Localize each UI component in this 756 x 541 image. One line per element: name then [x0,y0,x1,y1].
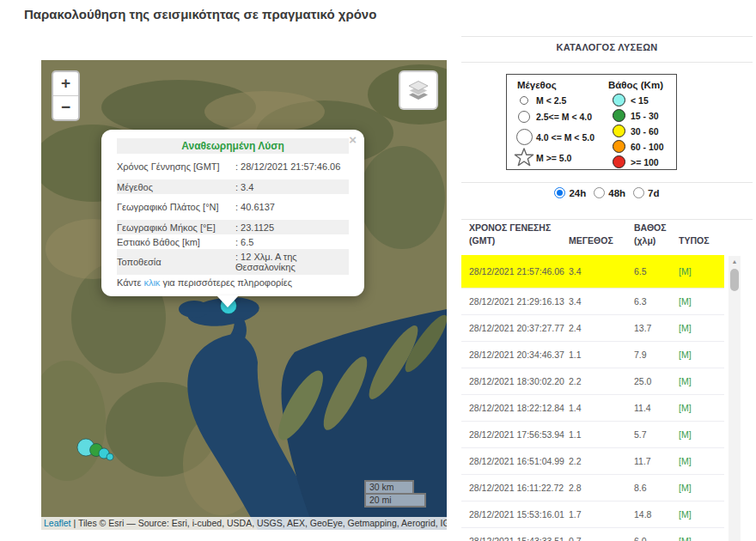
column-header-type: ΤΥΠΟΣ [679,234,718,247]
table-cell: [M] [679,403,718,413]
popup-row: Γεωγραφικό Πλάτος [°N]: 40.6137 [117,194,349,220]
table-cell: 1.7 [569,509,634,520]
table-scrollbar[interactable]: ▲ [729,256,741,541]
popup-row-label: Χρόνος Γέννησης [GMT] [117,161,235,172]
table-cell: 0.7 [569,536,634,541]
table-cell: [M] [679,266,718,277]
popup-row-label: Μέγεθος [117,182,235,192]
table-cell: 2.4 [569,323,634,333]
zoom-in-button[interactable]: + [53,72,78,95]
legend-depth-title: Βάθος (Km) [608,80,663,90]
table-cell: [M] [679,376,718,386]
radio-label: 24h [569,188,586,198]
legend-label: >= 100 [631,157,659,167]
table-cell: 3.4 [569,266,634,277]
attribution-text: | Tiles © Esri — Source: Esri, i-cubed, … [71,518,447,528]
table-cell: [M] [679,323,718,333]
table-cell: [M] [679,483,718,493]
map-attribution: Leaflet | Tiles © Esri — Source: Esri, i… [41,517,447,530]
table-cell: 1.1 [569,429,634,440]
radio-7d[interactable]: 7d [633,187,659,198]
scrollbar-thumb[interactable] [730,269,739,291]
table-row[interactable]: 28/12/2021 18:22:12.841.411.4[M] [461,394,724,421]
zoom-out-button[interactable]: − [53,96,78,119]
table-row[interactable]: 28/12/2021 16:51:04.992.211.7[M] [461,447,724,474]
earthquake-marker[interactable] [107,453,113,460]
table-cell: 28/12/2021 16:51:04.99 [469,456,569,466]
scrollbar-up-icon[interactable]: ▲ [729,258,741,264]
legend-item-magnitude: 4.0 <= M < 5.0 [512,129,594,145]
popup-row-label: Εστιακό Βάθος [km] [117,237,235,247]
legend-label: 60 - 100 [631,142,664,152]
divider [461,219,753,220]
table-cell: 1.4 [569,403,634,413]
table-cell: 28/12/2021 18:22:12.84 [469,403,569,413]
popup-row-value: : 6.5 [235,237,349,247]
column-header-time: ΧΡΟΝΟΣ ΓΕΝΕΣΗΣ (GMT) [469,222,569,246]
legend-label: 30 - 60 [631,126,659,137]
legend-label: < 15 [631,95,649,106]
table-cell: 28/12/2021 15:53:16.01 [469,509,569,520]
column-header-depth: ΒΑΘΟΣ (χλμ) [634,222,679,246]
table-row[interactable]: 28/12/2021 21:29:16.133.46.3[M] [461,288,724,314]
table-cell: 2.2 [569,456,634,466]
magnitude-small-circle-icon [512,96,536,105]
radio-48h[interactable]: 48h [594,187,625,198]
popup-title: Αναθεωρημένη Λύση [117,138,349,154]
table-cell: 11.4 [634,403,679,413]
table-cell: 14.8 [634,509,679,520]
legend-item-magnitude: 2.5<= M < 4.0 [512,111,592,123]
table-row[interactable]: 28/12/2021 21:57:46.063.46.5[M] [461,255,724,288]
legend-label: M >= 5.0 [536,153,571,163]
layers-icon [407,79,430,101]
table-row[interactable]: 28/12/2021 20:37:27.772.413.7[M] [461,314,724,341]
popup-table: Χρόνος Γέννησης [GMT]: 28/12/2021 21:57:… [117,154,349,275]
radio-24h[interactable]: 24h [554,187,586,198]
table-cell: 6.0 [634,536,679,541]
popup-tip [216,295,239,307]
radio-icon [554,187,565,198]
map[interactable]: + − × Αναθεωρημένη Λύση Χρόνος Γέννησης … [41,60,447,530]
popup-close-icon[interactable]: × [349,133,357,146]
depth-30-60-icon [607,125,631,137]
layers-control[interactable] [399,70,438,110]
table-row[interactable]: 28/12/2021 15:53:16.011.714.8[M] [461,501,724,527]
table-cell: 2.8 [569,483,634,493]
popup-row-value: : 3.4 [235,182,349,192]
scale-km: 30 km [364,480,414,493]
table-cell: 28/12/2021 20:34:46.37 [469,350,569,360]
popup-row-value: : 28/12/2021 21:57:46.06 [235,161,349,172]
legend-item-depth: < 15 [607,94,649,106]
depth-15-30-icon [607,109,631,122]
popup-footer-text2: για περισσότερες πληροφορίες [160,277,292,288]
table-row[interactable]: 28/12/2021 20:34:46.371.17.9[M] [461,341,724,368]
table-cell: 1.1 [569,350,634,360]
scale-mi: 20 mi [364,493,426,508]
leaflet-link[interactable]: Leaflet [44,518,71,528]
table-cell: [M] [679,350,718,360]
table-cell: 8.6 [634,483,679,493]
popup-row: Τοποθεσία: 12 Χλμ. Α της Θεσσαλονίκης [117,249,349,275]
table-cell: 28/12/2021 21:29:16.13 [469,296,569,307]
table-row[interactable]: 28/12/2021 17:56:53.941.15.7[M] [461,421,724,447]
legend-item-magnitude: M < 2.5 [512,95,566,106]
table-row[interactable]: 28/12/2021 15:43:33.510.76.0[M] [461,527,724,541]
legend-item-depth: 15 - 30 [607,109,659,122]
zoom-control: + − [52,70,80,121]
popup-more-info-link[interactable]: κλικ [143,277,160,288]
popup-row-label: Γεωγραφικό Πλάτος [°N] [117,202,235,212]
legend-label: 15 - 30 [631,111,659,121]
popup-row-value: : 40.6137 [235,202,349,212]
table-row[interactable]: 28/12/2021 18:30:02.202.225.0[M] [461,368,724,394]
legend-label: 4.0 <= M < 5.0 [536,132,594,143]
popup-row-value: : 23.1125 [235,222,349,233]
magnitude-medium-circle-icon [512,111,536,123]
time-range-group: 24h 48h 7d [461,187,753,198]
table-row[interactable]: 28/12/2021 16:11:22.722.88.6[M] [461,474,724,501]
legend-magnitude-title: Μέγεθος [517,80,557,90]
popup-row: Γεωγραφικό Μήκος [°E]: 23.1125 [117,220,349,234]
table-cell: 28/12/2021 21:57:46.06 [469,266,569,277]
depth-gte100-icon [607,155,631,168]
legend-item-magnitude: M >= 5.0 [512,148,571,167]
table-cell: 28/12/2021 20:37:27.77 [469,323,569,333]
